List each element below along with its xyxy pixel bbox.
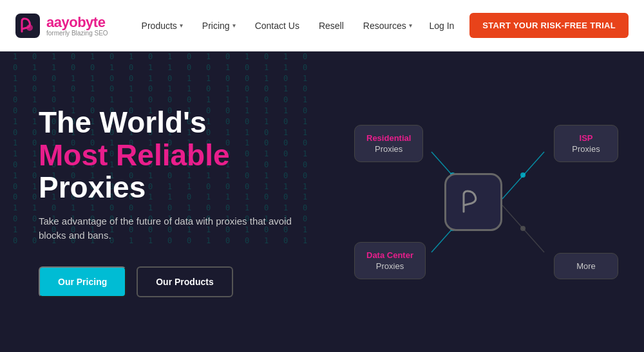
- svg-point-7: [520, 172, 526, 178]
- proxy-diagram: Residential Proxies ISP Proxies Data Cen…: [348, 106, 618, 299]
- logo-name-accent: a: [46, 14, 54, 30]
- our-pricing-button[interactable]: Our Pricing: [39, 266, 126, 297]
- ayobyte-center-icon: [456, 185, 491, 219]
- hero-buttons: Our Pricing Our Products: [39, 266, 296, 297]
- logo-icon: [15, 14, 40, 38]
- logo-name: aayobyte: [46, 14, 108, 31]
- residential-sub: Proxies: [366, 144, 411, 154]
- nav-item-resell[interactable]: Resell: [311, 15, 352, 36]
- logo-text: aayobyte formerly Blazing SEO: [46, 14, 108, 37]
- nav-item-resources[interactable]: Resources ▾: [355, 15, 420, 36]
- nav-links: Products ▾ Pricing ▾ Contact Us Resell R…: [134, 15, 422, 36]
- login-button[interactable]: Log In: [421, 15, 462, 36]
- nav-item-pricing[interactable]: Pricing ▾: [194, 15, 243, 36]
- headline-line1: The World's: [39, 106, 207, 139]
- svg-point-1: [26, 24, 33, 31]
- svg-point-9: [520, 226, 526, 231]
- logo[interactable]: aayobyte formerly Blazing SEO: [15, 14, 108, 38]
- nav-item-products[interactable]: Products ▾: [134, 15, 191, 36]
- svg-line-3: [502, 152, 544, 199]
- isp-sub: Proxies: [566, 144, 606, 154]
- isp-proxies-box: ISP Proxies: [554, 125, 618, 162]
- hero-section: 101100101101001010 010010100110101010 11…: [0, 51, 644, 352]
- svg-line-5: [502, 205, 544, 252]
- datacenter-label: Data Center: [366, 250, 413, 260]
- nav-item-contact[interactable]: Contact Us: [247, 15, 307, 36]
- residential-label: Residential: [366, 133, 411, 143]
- chevron-down-icon: ▾: [180, 22, 183, 29]
- residential-proxies-box: Residential Proxies: [354, 125, 423, 162]
- headline-line2-pink: Most Reliable: [39, 138, 230, 172]
- navbar: aayobyte formerly Blazing SEO Products ▾…: [0, 0, 644, 51]
- hero-content: The World's Most Reliable Proxies Take a…: [0, 106, 335, 297]
- headline-line2-white: Proxies: [39, 171, 146, 204]
- chevron-down-icon: ▾: [409, 22, 412, 29]
- more-box: More: [554, 253, 618, 279]
- logo-subtitle: formerly Blazing SEO: [46, 30, 108, 37]
- chevron-down-icon: ▾: [232, 22, 236, 29]
- more-label: More: [566, 261, 606, 271]
- our-products-button[interactable]: Our Products: [137, 266, 232, 297]
- cta-button[interactable]: START YOUR RISK-FREE TRIAL: [469, 13, 629, 38]
- isp-label: ISP: [566, 133, 606, 143]
- nav-right: Log In START YOUR RISK-FREE TRIAL: [421, 13, 629, 38]
- diagram-center-box: [444, 173, 502, 231]
- datacenter-proxies-box: Data Center Proxies: [354, 242, 426, 279]
- hero-subtext: Take advantage of the future of data wit…: [39, 214, 296, 243]
- hero-headline: The World's Most Reliable Proxies: [39, 106, 296, 204]
- datacenter-sub: Proxies: [366, 261, 413, 271]
